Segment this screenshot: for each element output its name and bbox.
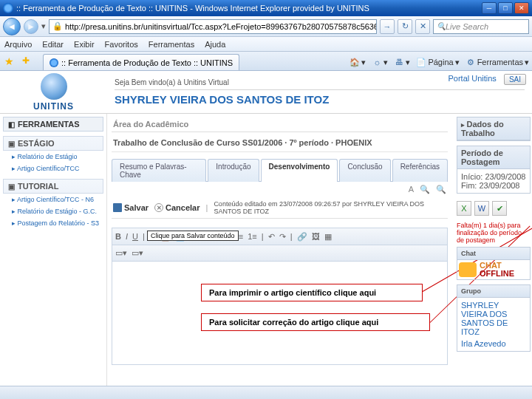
address-bar-row: ◄ ► ▾ 🔒http://presa.unitins.br/unitinsvi…: [0, 16, 532, 37]
print-button[interactable]: 🖶▾: [394, 57, 410, 67]
user-name: SHYRLEY VIEIRA DOS SANTOS DE ITOZ: [115, 89, 525, 106]
browser-tab[interactable]: :: Ferramenta de Produção de Texto :: UN…: [43, 54, 239, 70]
refresh-button[interactable]: ↻: [398, 19, 412, 34]
chat-bubble-icon: [459, 262, 477, 277]
sidebar-item-artigo[interactable]: Artigo Científico/TCC: [3, 163, 103, 174]
right-column: ▸ Dados do Trabalho Período de Postagem …: [452, 114, 532, 399]
maximize-button[interactable]: □: [498, 2, 513, 14]
menu-ajuda[interactable]: Ajuda: [205, 40, 225, 49]
tab-favicon-icon: [50, 58, 58, 67]
logo-block: UNITINS: [0, 71, 107, 113]
save-tooltip: Clique para Salvar conteúdo: [147, 231, 239, 241]
check-icon[interactable]: ✔: [492, 201, 507, 216]
menu-favoritos[interactable]: Favoritos: [105, 40, 138, 49]
home-button[interactable]: 🏠▾: [349, 57, 366, 67]
sidebar-item-tut1[interactable]: Artigo Científico/TCC - N6: [3, 194, 103, 205]
underline-button[interactable]: U: [132, 232, 138, 241]
editor-area[interactable]: Para imprimir o artigo científico clique…: [112, 262, 448, 365]
close-button[interactable]: ✕: [514, 2, 529, 14]
go-button[interactable]: →: [380, 19, 395, 34]
ie-icon: [3, 3, 13, 13]
font-select[interactable]: ▭▾: [115, 248, 127, 258]
search-input[interactable]: 🔍 Live Search: [433, 19, 529, 34]
cancel-button[interactable]: ✕Cancelar: [154, 203, 200, 212]
status-bar: [0, 386, 532, 399]
tools-menu[interactable]: ⚙Ferramentas ▾: [466, 57, 529, 67]
editor-toolbar-2: ▭▾ ▭▾: [112, 245, 448, 262]
sidebar-head: ◧ FERRAMENTAS: [3, 117, 103, 132]
chat-head: Chat: [457, 248, 530, 260]
callout-print: Para imprimir o artigo científico clique…: [201, 284, 423, 301]
forward-button[interactable]: ►: [24, 19, 38, 34]
save-button[interactable]: Salvar: [113, 203, 149, 212]
word-icon[interactable]: W: [474, 201, 489, 216]
trabalho-title: Trabalho de Conclusão de Curso SS01/2006…: [112, 132, 448, 152]
sidebar-item-relatorio[interactable]: Relatório de Estágio: [3, 151, 103, 163]
image-icon[interactable]: 🖼: [312, 232, 320, 241]
sidebar-group-estagio[interactable]: ▣ ESTÁGIO: [3, 136, 103, 151]
sidebar-item-tut2[interactable]: Relatório de Estágio - G.C.: [3, 205, 103, 217]
link-icon[interactable]: 🔗: [297, 232, 307, 242]
dados-head[interactable]: ▸ Dados do Trabalho: [457, 117, 530, 140]
portal-link[interactable]: Portal Unitins: [448, 74, 496, 85]
tab-resumo[interactable]: Resumo e Palavras-Chave: [112, 159, 206, 182]
font-size-icon[interactable]: A: [409, 185, 414, 194]
zoom-out-icon[interactable]: 🔍: [436, 185, 446, 194]
tab-introducao[interactable]: Introdução: [208, 159, 259, 182]
size-select[interactable]: ▭▾: [132, 248, 143, 258]
tab-conclusao[interactable]: Conclusão: [339, 159, 390, 182]
excel-icon[interactable]: X: [457, 201, 471, 216]
tabs-bar: ★ ✚ :: Ferramenta de Produção de Texto :…: [0, 52, 532, 71]
bold-button[interactable]: B: [115, 232, 121, 241]
minimize-button[interactable]: ─: [482, 2, 497, 14]
cancel-icon: ✕: [154, 203, 163, 212]
menu-exibir[interactable]: Exibir: [74, 40, 95, 49]
window-title: :: Ferramenta de Produção de Texto :: UN…: [16, 4, 482, 13]
table-icon[interactable]: ▦: [324, 232, 332, 242]
window-titlebar: :: Ferramenta de Produção de Texto :: UN…: [0, 0, 532, 16]
periodo-fim: Fim: 23/09/2008: [461, 181, 526, 190]
redo-icon[interactable]: ↷: [279, 232, 286, 242]
add-favorite-icon[interactable]: ✚: [22, 55, 34, 67]
italic-button[interactable]: I: [126, 232, 128, 241]
favorites-star-icon[interactable]: ★: [4, 55, 16, 67]
menu-ferramentas[interactable]: Ferramentas: [149, 40, 194, 49]
edit-info: Conteúdo editado em 23/07/2008 09:26:57 …: [214, 200, 446, 215]
brand-name: UNITINS: [33, 101, 74, 112]
numlist-icon[interactable]: 1≡: [248, 232, 257, 241]
tab-desenvolvimento[interactable]: Desenvolvimento: [261, 159, 338, 182]
sidebar-item-tut3[interactable]: Postagem do Relatório - S3: [3, 217, 103, 229]
sidebar-group-tutorial[interactable]: ▣ TUTORIAL: [3, 179, 103, 194]
tab-label: :: Ferramenta de Produção de Texto :: UN…: [61, 58, 233, 67]
logout-button[interactable]: SAI: [504, 74, 526, 85]
page-content: Portal Unitins SAI UNITINS Seja Bem vind…: [0, 71, 532, 399]
back-button[interactable]: ◄: [3, 18, 21, 35]
menu-bar: Arquivo Editar Exibir Favoritos Ferramen…: [0, 37, 532, 52]
action-icons: X W ✔: [457, 198, 531, 219]
area-title: Área do Acadêmico: [112, 117, 448, 132]
grupo-head: Grupo: [457, 285, 530, 298]
feeds-button[interactable]: ☼▾: [372, 57, 388, 67]
periodo-head: Período de Postagem: [457, 146, 530, 169]
grupo-member-2[interactable]: Irla Azevedo: [461, 339, 526, 348]
periodo-inicio: Início: 23/09/2008: [461, 172, 526, 181]
sidebar: ◧ FERRAMENTAS ▣ ESTÁGIO Relatório de Est…: [0, 114, 107, 399]
menu-editar[interactable]: Editar: [42, 40, 64, 49]
chat-status[interactable]: CHATOFFLINE: [457, 260, 530, 279]
grupo-member-1[interactable]: SHYRLEY VIEIRA DOS SANTOS DE ITOZ: [461, 301, 526, 336]
tab-referencias[interactable]: Referências: [392, 159, 448, 182]
deadline-warning: Falta(m) 1 dia(s) para finalização do pe…: [457, 219, 531, 247]
disk-icon: [113, 203, 122, 212]
document-tabs: Resumo e Palavras-Chave Introdução Desen…: [112, 158, 448, 182]
address-input[interactable]: 🔒http://presa.unitins.br/unitinsvirtual/…: [49, 19, 377, 34]
undo-icon[interactable]: ↶: [268, 232, 275, 242]
callout-correction: Para solicitar correção do artigo clique…: [201, 313, 430, 331]
zoom-in-icon[interactable]: 🔍: [420, 185, 430, 194]
main-area: Área do Acadêmico Trabalho de Conclusão …: [107, 114, 452, 399]
logo-icon: [41, 73, 67, 100]
page-menu[interactable]: 📄Página ▾: [416, 57, 459, 67]
menu-arquivo[interactable]: Arquivo: [4, 40, 32, 49]
stop-button[interactable]: ✕: [415, 19, 430, 34]
